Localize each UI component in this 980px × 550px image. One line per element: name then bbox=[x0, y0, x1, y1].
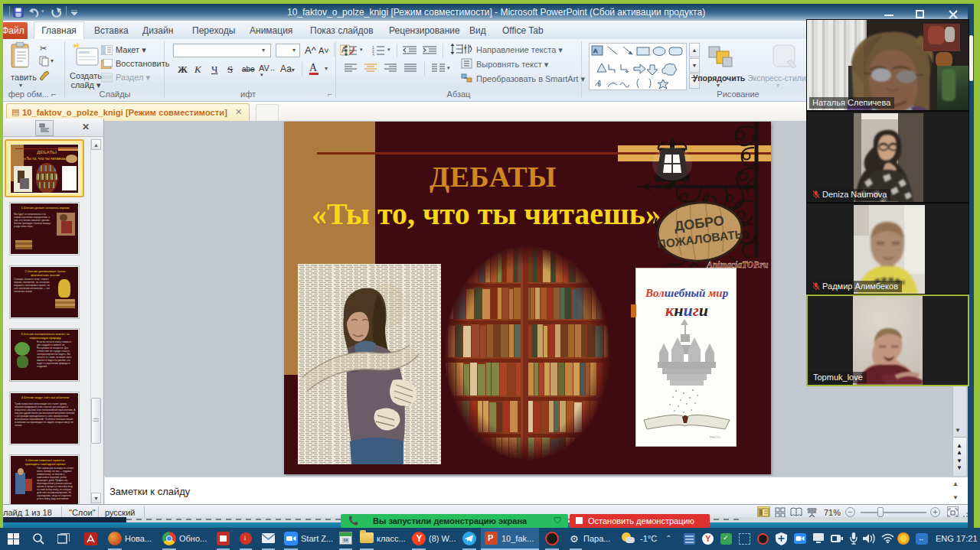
svg-text:A: A bbox=[469, 44, 472, 49]
svg-text:3: 3 bbox=[372, 53, 374, 57]
svg-text:A: A bbox=[593, 47, 598, 54]
svg-text:PHOTO: PHOTO bbox=[710, 435, 720, 439]
